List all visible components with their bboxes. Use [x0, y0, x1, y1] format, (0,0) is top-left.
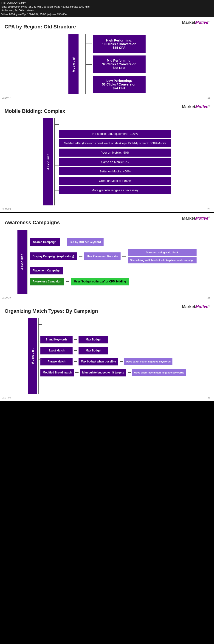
- awareness-row-1: Display Campaign (exploratory) Use Place…: [30, 249, 196, 264]
- vertical-connector-1: [85, 34, 86, 94]
- slide1-title: CPA by Region: Old Structure: [5, 24, 209, 30]
- match-row-0: Brand Keywords Max Budget: [40, 336, 186, 344]
- awareness-diagram: Account Search Campaign Bid by ROI per k…: [5, 230, 209, 294]
- mt-line-4: [38, 378, 42, 378]
- mobile-box-2: Poor on Mobile: -50%: [59, 148, 171, 156]
- cpa-boxes: High Performing: 19 Clicks / Conversion …: [93, 35, 146, 93]
- logo-market-4: Market: [182, 304, 195, 309]
- h-line-2: [85, 64, 92, 65]
- match-left-3: Modified Broad match: [40, 369, 74, 376]
- mobile-box-4: Better on Mobile: +50%: [59, 167, 171, 176]
- cpa-diagram: Account High Performing: 19 Clicks / Con…: [5, 34, 209, 94]
- match-left-0: Brand Keywords: [40, 336, 73, 344]
- mobile-box-6: More granular ranges as necessary: [59, 186, 171, 194]
- aw-left-0: Search Campaign: [30, 238, 60, 246]
- cpa-mid-line3: $68 CPA: [100, 66, 139, 70]
- slide3-timestamp: 00:20:19: [2, 296, 11, 299]
- slide1-timestamp: 00:10:47: [2, 96, 11, 99]
- logo-4: MarketMotive®: [182, 304, 210, 309]
- vertical-connector-2: [54, 118, 55, 206]
- cpa-high-line2: 19 Clicks / Conversion: [100, 42, 139, 46]
- slide-3: MarketMotive® Awareness Campaigns Accoun…: [0, 213, 214, 301]
- logo-1: MarketMotive®: [182, 20, 210, 25]
- row-connector-3: [66, 281, 69, 282]
- file-info-bar: File: 2ORGAN~1.MP4 Size: 295502954 bytes…: [0, 0, 214, 17]
- mob-line-1: [54, 124, 59, 125]
- cpa-low-line2: 53 Clicks / Conversion: [100, 82, 139, 86]
- mt-line-3: [38, 359, 42, 360]
- awareness-row-0: Search Campaign Bid by ROI per keyword: [30, 238, 196, 246]
- aw-side-boxes-1: Site's not doing well, block Site's doin…: [128, 249, 197, 264]
- match-right-0: Max Budget: [79, 336, 108, 344]
- match-side-3: Uses all phrase match negative keywords: [132, 369, 186, 376]
- slide3-number: 28: [207, 296, 210, 299]
- match-row-1: Exact Match Max Budget: [40, 347, 186, 354]
- logo-3: MarketMotive®: [182, 216, 210, 221]
- aw-line-2: [28, 252, 31, 252]
- cpa-low-line1: Low Performing:: [100, 79, 139, 82]
- match-right-1: Max Budget: [79, 347, 108, 354]
- account-bar-3: Account: [18, 230, 27, 294]
- cpa-low-line3: $74 CPA: [100, 86, 139, 90]
- match-connector-0: [74, 339, 77, 340]
- file-info-line2: Size: 295502954 bytes (281.81 MiB), dura…: [2, 5, 212, 9]
- aw-line-1: [28, 236, 31, 236]
- match-connector-3: [75, 372, 79, 373]
- mobile-box-0: No Mobile: Bid Adjustment: -100%: [59, 130, 171, 138]
- match-connector-1: [74, 350, 77, 351]
- cpa-box-high: High Performing: 19 Clicks / Conversion …: [93, 35, 146, 53]
- logo-2: MarketMotive®: [182, 104, 210, 109]
- awareness-rows: Search Campaign Bid by ROI per keyword D…: [30, 238, 196, 286]
- row-connector-0: [62, 242, 65, 242]
- slide1-number: 11: [207, 96, 210, 99]
- match-right-2: Max budget when possible: [79, 358, 118, 366]
- mob-line-5: [54, 178, 59, 178]
- file-info-line1: File: 2ORGAN~1.MP4: [2, 1, 212, 5]
- mt-line-2: [38, 342, 42, 342]
- aw-side-0: Site's not doing well, block: [128, 249, 197, 256]
- mobile-diagram: Account No Mobile: Bid Adjustment: -100%…: [5, 118, 209, 206]
- slide2-timestamp: 00:15:29: [2, 208, 11, 210]
- h-line-3: [85, 85, 92, 85]
- aw-left-2: Placement Campaign: [30, 267, 63, 274]
- awareness-row-2: Placement Campaign: [30, 267, 196, 274]
- slide4-number: 31: [207, 396, 210, 399]
- cpa-box-low: Low Performing: 53 Clicks / Conversion $…: [93, 76, 146, 93]
- mob-line-4: [54, 166, 59, 166]
- match-connector-3b: [128, 372, 131, 373]
- match-row-3: Modified Broad match Manipulate budget t…: [40, 369, 186, 376]
- aw-line-3: [28, 268, 31, 268]
- slide2-title: Mobile Bidding: Complex: [5, 108, 209, 114]
- row-connector-1b: [122, 256, 126, 256]
- account-bar-2: Account: [43, 118, 53, 206]
- mobile-boxes: No Mobile: Bid Adjustment: -100% Mobile …: [59, 130, 171, 194]
- aw-left-1: Display Campaign (exploratory): [30, 252, 77, 260]
- logo-tm-4: ®: [208, 305, 210, 307]
- logo-tm: ®: [208, 20, 210, 23]
- cpa-mid-line2: 37 Clicks / Conversion: [100, 62, 139, 66]
- file-info-line3: Audio: aac, 44100 Hz, stereo: [2, 8, 212, 12]
- slide2-number: 26: [207, 208, 210, 210]
- aw-side-1: Site's doing well, block & add to placem…: [128, 257, 197, 264]
- match-rows: Brand Keywords Max Budget Exact Match Ma…: [40, 336, 186, 376]
- match-row-2: Phrase Match Max budget when possible Us…: [40, 358, 186, 366]
- slide-2: MarketMotive® Mobile Bidding: Complex Ac…: [0, 101, 214, 212]
- account-bar-1: Account: [68, 34, 79, 94]
- logo-motive: Motive: [195, 20, 208, 25]
- cpa-box-mid: Mid Performing: 37 Clicks / Conversion $…: [93, 56, 146, 73]
- match-connector-2b: [120, 361, 123, 362]
- row-connector-1: [79, 256, 82, 256]
- slide4-title: Organizing Match Types: By Campaign: [5, 308, 209, 314]
- mobile-box-1: Mobile Better (keywords don't want on de…: [59, 139, 171, 147]
- mobile-box-3: Same on Mobile: 0%: [59, 158, 171, 166]
- cpa-mid-line1: Mid Performing:: [100, 59, 139, 62]
- logo-tm-3: ®: [208, 216, 210, 218]
- slide3-title: Awareness Campaigns: [5, 220, 209, 226]
- logo-motive-4: Motive: [195, 304, 208, 309]
- slide4-timestamp: 00:27:06: [2, 396, 11, 399]
- mob-line-6: [54, 190, 59, 191]
- logo-market-3: Market: [182, 216, 195, 220]
- aw-right-0: Bid by ROI per keyword: [67, 238, 104, 246]
- account-bar-4: Account: [28, 318, 37, 394]
- mob-line-7: [54, 201, 59, 201]
